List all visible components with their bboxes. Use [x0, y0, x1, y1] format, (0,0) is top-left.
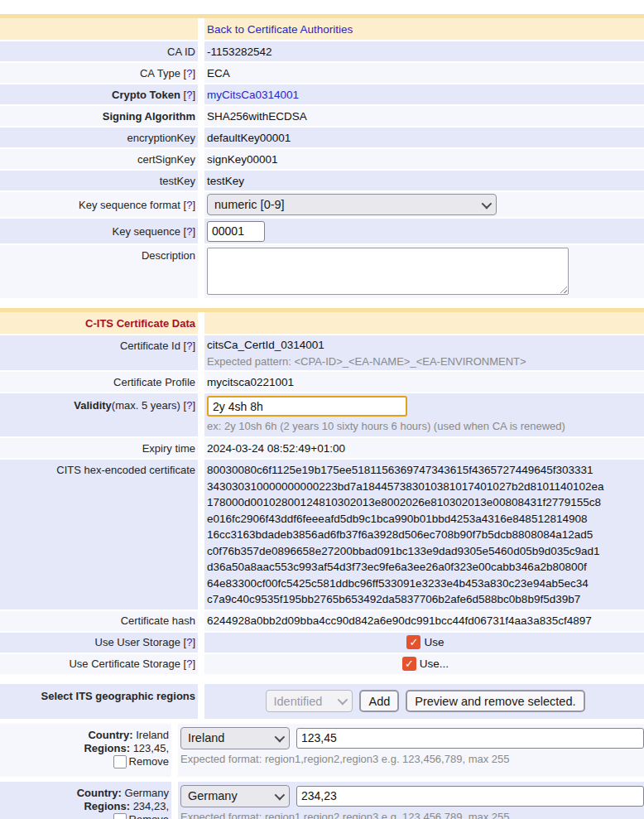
- hex-line: 16cc3163bdadeb3856ad6fb37f6a3928d506ec70…: [207, 527, 644, 543]
- regions-input[interactable]: [296, 728, 644, 749]
- hex-line: c7a9c40c9535f195bb2765b653492da5837706b2…: [207, 591, 644, 608]
- cert-sign-key-label: certSignKey: [137, 153, 195, 166]
- signing-algorithm-label: Signing Algorithm: [103, 110, 195, 123]
- validity-label: Validity: [74, 399, 112, 412]
- regions-label: Regions:: [84, 800, 130, 812]
- remove-region-checkbox[interactable]: [113, 813, 127, 819]
- chevron-down-icon: [275, 789, 286, 800]
- expiry-time-label: Expiry time: [142, 442, 195, 455]
- remove-label: Remove: [129, 755, 169, 768]
- row-certificate-profile: Certificate Profile mycitsca0221001: [0, 372, 644, 392]
- expiry-time-value: 2024-03-24 08:52:49+01:00: [207, 442, 644, 455]
- crypto-token-link[interactable]: myCitsCa0314001: [207, 89, 644, 101]
- encryption-key-label: encryptionKey: [127, 132, 195, 144]
- key-sequence-format-select[interactable]: numeric [0-9]: [207, 194, 497, 215]
- chevron-down-icon: [275, 731, 286, 742]
- back-link-cell: Back to Certificate Authorities: [204, 18, 644, 40]
- signing-algorithm-value: SHA256withECDSA: [207, 110, 644, 123]
- cits-section-title: C-ITS Certificate Data: [85, 317, 195, 330]
- certificate-id-help: [?]: [184, 340, 195, 352]
- regions-label: Regions:: [84, 742, 130, 754]
- regions-input[interactable]: [296, 786, 644, 807]
- row-key-sequence-format: Key sequence format [?] numeric [0-9]: [0, 192, 644, 217]
- use-certificate-storage-help: [?]: [184, 658, 195, 670]
- certificate-hash-label: Certificate hash: [121, 614, 195, 627]
- key-sequence-label: Key sequence: [112, 225, 180, 238]
- row-expiry-time: Expiry time 2024-03-24 08:52:49+01:00: [0, 438, 644, 458]
- description-label: Description: [142, 249, 195, 262]
- back-to-certificate-authorities-link[interactable]: Back to Certificate Authorities: [207, 23, 644, 36]
- crypto-token-help: [?]: [184, 89, 195, 101]
- use-user-storage-checkbox[interactable]: ✓: [406, 635, 421, 649]
- chevron-down-icon: [482, 198, 493, 209]
- resize-handle-icon[interactable]: [558, 284, 567, 293]
- use-certificate-storage-label: Use Certificate Storage: [69, 658, 180, 670]
- hex-line: c0f76b357de0896658e27200bbad091bc133e9da…: [207, 543, 644, 560]
- hex-line: 178000d00102800124810302013e8002026e8103…: [207, 494, 644, 511]
- row-ca-id: CA ID -1153282542: [0, 41, 644, 61]
- validity-label-note: (max. 5 years): [112, 399, 180, 412]
- use-user-storage-help: [?]: [184, 636, 195, 648]
- certificate-profile-value: mycitsca0221001: [207, 376, 644, 388]
- test-key-value: testKey: [207, 175, 644, 187]
- top-section-label-cell: [0, 18, 198, 40]
- country-value: Ireland: [136, 729, 169, 741]
- hex-certificate-label: CITS hex-encoded certificate: [56, 464, 195, 476]
- row-ca-type: CA Type [?] ECA: [0, 63, 644, 83]
- row-key-sequence: Key sequence [?]: [0, 219, 644, 243]
- country-value: Germany: [125, 787, 169, 799]
- key-sequence-help: [?]: [184, 225, 195, 238]
- certificate-id-label: Certificate Id: [120, 340, 180, 352]
- hex-line: d36a50a8aac553c993af54d3f73ec9fe6a3ee26a…: [207, 559, 644, 576]
- preview-remove-button[interactable]: Preview and remove selected.: [406, 690, 584, 712]
- region-type-select: Identified: [266, 690, 353, 712]
- country-label: Country:: [88, 729, 132, 741]
- use-user-storage-checkbox-label: Use: [424, 636, 444, 648]
- ca-id-label: CA ID: [167, 46, 195, 58]
- country-select[interactable]: Germany: [180, 785, 290, 807]
- row-region-germany: Country: Germany Regions: 234,23, Remove…: [0, 782, 644, 819]
- country-select[interactable]: Ireland: [180, 727, 290, 749]
- ca-id-value: -1153282542: [207, 46, 644, 58]
- select-regions-label: Select ITS geographic regions: [41, 690, 195, 702]
- use-certificate-storage-checkbox[interactable]: ✓: [402, 657, 416, 671]
- hex-certificate-value: 80030080c6f1125e19b175ee5181156369747343…: [204, 460, 644, 609]
- description-textarea[interactable]: [207, 248, 569, 295]
- hex-line: 80030080c6f1125e19b175ee5181156369747343…: [207, 462, 644, 479]
- row-validity: Validity(max. 5 years) [?] ex: 2y 10sh 6…: [0, 393, 644, 436]
- country-label: Country:: [77, 787, 122, 799]
- chevron-down-icon: [338, 695, 348, 706]
- certificate-id-hint: Expected pattern: <CPA-ID>_<EA-NAME>_<EA…: [207, 355, 644, 368]
- certificate-hash-value: 6244928a0bb2d09bba4cc90d842a6e90dc991bcc…: [207, 614, 644, 627]
- row-cert-sign-key: certSignKey signKey00001: [0, 149, 644, 169]
- row-certificate-hash: Certificate hash 6244928a0bb2d09bba4cc90…: [0, 611, 644, 631]
- row-select-regions: Select ITS geographic regions Identified…: [0, 684, 644, 719]
- validity-input[interactable]: [207, 396, 407, 417]
- checkbox-checked-icon: ✓: [405, 658, 414, 670]
- row-encryption-key: encryptionKey defaultKey00001: [0, 128, 644, 147]
- add-region-button[interactable]: Add: [359, 690, 399, 712]
- key-sequence-input[interactable]: [207, 221, 265, 242]
- regions-format-hint: Expected format: region1,region2,region3…: [180, 811, 644, 819]
- use-certificate-storage-checkbox-label: Use...: [420, 658, 449, 670]
- edit-ca-page: Back to Certificate Authorities CA ID -1…: [0, 0, 644, 819]
- key-sequence-format-label: Key sequence format: [79, 199, 180, 211]
- ca-type-help: [?]: [184, 67, 195, 79]
- certificate-profile-label: Certificate Profile: [113, 376, 195, 388]
- row-description: Description: [0, 245, 644, 298]
- certificate-id-value: citsCa_CertId_0314001: [207, 339, 644, 352]
- crypto-token-label: Crypto Token: [112, 89, 180, 101]
- key-sequence-format-help: [?]: [184, 199, 195, 211]
- cert-sign-key-value: signKey00001: [207, 153, 644, 166]
- checkbox-checked-icon: ✓: [410, 636, 419, 648]
- row-region-ireland: Country: Ireland Regions: 123,45, Remove…: [0, 724, 644, 777]
- encryption-key-value: defaultKey00001: [207, 132, 644, 144]
- use-user-storage-label: Use User Storage: [95, 636, 180, 648]
- remove-region-checkbox[interactable]: [113, 755, 127, 768]
- validity-help: [?]: [184, 399, 195, 412]
- remove-label: Remove: [129, 813, 169, 819]
- regions-value: 123,45,: [133, 742, 169, 754]
- hex-line: e016fc2906f43ddf6feeeafd5db9c1bca990b01b…: [207, 511, 644, 528]
- ca-type-label: CA Type: [140, 67, 180, 79]
- row-crypto-token: Crypto Token [?] myCitsCa0314001: [0, 84, 644, 104]
